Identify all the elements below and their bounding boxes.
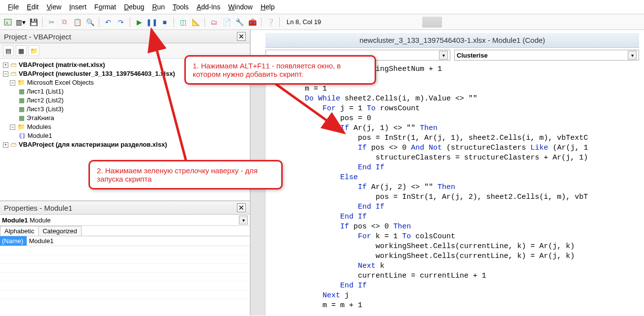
property-name: (Name) <box>0 236 27 246</box>
sheet-icon: ▦ <box>19 96 25 105</box>
code-editor[interactable]: etNum = workingSheetNum + 1 currentLine … <box>265 63 644 316</box>
view-code-icon[interactable]: ▤ <box>3 45 14 56</box>
vba-project-icon: 🗃 <box>10 61 17 69</box>
toolbox-icon[interactable]: 🧰 <box>247 17 257 27</box>
properties-object-type: Module <box>29 217 51 224</box>
object-browser-icon[interactable]: 🔧 <box>234 17 244 27</box>
close-icon[interactable]: ✕ <box>237 32 246 41</box>
procedure-combo-value: Clusterise <box>457 52 488 59</box>
properties-object-name: Module1 <box>2 217 28 224</box>
project-panel-title: Project - VBAProject <box>4 32 71 41</box>
menu-window[interactable]: Window <box>225 2 256 12</box>
property-row[interactable]: (Name) Module1 <box>0 236 250 246</box>
project-panel-header: Project - VBAProject ✕ <box>0 30 250 43</box>
menu-tools[interactable]: Tools <box>170 2 192 12</box>
module-icon: ⟪⟫ <box>19 131 26 140</box>
menu-insert[interactable]: Insert <box>66 2 89 12</box>
tree-module1[interactable]: Module1 <box>28 131 52 140</box>
menu-view[interactable]: View <box>44 2 64 12</box>
menu-debug[interactable]: Debug <box>121 2 147 12</box>
sheet-icon: ▦ <box>19 87 25 96</box>
vba-project-icon: 🗃 <box>10 140 17 149</box>
menu-format[interactable]: Format <box>91 2 119 12</box>
properties-object-combo[interactable]: Module1 Module ▾ <box>0 215 250 226</box>
expander-icon[interactable]: − <box>10 125 15 130</box>
run-icon[interactable]: ▶ <box>134 17 144 27</box>
tree-sheet1[interactable]: Лист1 (List1) <box>27 87 63 96</box>
view-object-icon[interactable]: ▦ <box>16 45 27 56</box>
properties-panel-header: Properties - Module1 ✕ <box>0 201 250 215</box>
properties-panel-title: Properties - Module1 <box>4 204 72 212</box>
menu-file[interactable]: File <box>5 2 22 12</box>
code-window-title: newcluster_3_133_1397546403-1.xlsx - Mod… <box>265 33 639 48</box>
tree-sheet2[interactable]: Лист2 (List2) <box>27 96 63 105</box>
folder-icon[interactable]: 📁 <box>29 45 39 56</box>
annotation-2: 2. Нажимаем зеленую стрелочку наверху - … <box>88 160 283 190</box>
annotation-1: 1. Нажимаем ALT+F11 - появляется окно, в… <box>184 55 376 85</box>
tree-project-3[interactable]: VBAProject (для кластеризации разделов.x… <box>19 140 167 149</box>
expander-icon[interactable]: − <box>3 71 8 77</box>
toolbar-shade <box>422 17 442 28</box>
pause-icon[interactable]: ❚❚ <box>147 17 157 27</box>
workbook-icon: ▦ <box>19 114 25 123</box>
chevron-down-icon[interactable]: ▾ <box>239 216 248 224</box>
project-explorer-icon[interactable]: 🗂 <box>209 17 219 27</box>
menubar: FileEditViewInsertFormatDebugRunToolsAdd… <box>0 0 644 14</box>
properties-tabs: Alphabetic Categorized <box>0 226 250 236</box>
tree-workbook[interactable]: ЭтаКнига <box>27 114 54 123</box>
tab-categorized[interactable]: Categorized <box>38 226 82 236</box>
svg-text:x: x <box>6 20 8 25</box>
vba-project-icon: 🗃 <box>10 69 17 78</box>
menu-help[interactable]: Help <box>258 2 278 12</box>
save-icon[interactable]: 💾 <box>29 17 38 27</box>
design-mode-icon[interactable]: ◫ <box>178 17 188 27</box>
sheet-icon: ▦ <box>19 105 25 114</box>
excel-icon[interactable]: x <box>3 17 13 27</box>
tree-project-2[interactable]: VBAProject (newcluster_3_133_1397546403_… <box>19 69 175 78</box>
procedure-combo[interactable]: Clusterise ▾ <box>454 50 639 61</box>
chevron-down-icon[interactable]: ▾ <box>628 51 637 60</box>
menu-edit[interactable]: Edit <box>24 2 42 12</box>
cut-icon[interactable]: ✂ <box>47 17 57 27</box>
properties-grid <box>0 246 250 300</box>
property-value[interactable]: Module1 <box>27 236 56 246</box>
main-toolbar: x ▥▾ 💾 ✂ ⧉ 📋 🔍 ↶ ↷ ▶ ❚❚ ■ ◫ 📐 🗂 📄 🔧 🧰 ❔ … <box>0 14 644 30</box>
paste-icon[interactable]: 📋 <box>72 17 82 27</box>
expander-icon[interactable]: − <box>10 80 15 86</box>
chevron-down-icon[interactable]: ▾ <box>439 51 448 60</box>
cursor-position: Ln 8, Col 19 <box>284 18 321 26</box>
undo-icon[interactable]: ↶ <box>103 17 113 27</box>
copy-icon[interactable]: ⧉ <box>59 17 69 27</box>
help-icon[interactable]: ❔ <box>265 17 275 27</box>
close-icon[interactable]: ✕ <box>237 203 246 212</box>
tree-project-1[interactable]: VBAProject (matrix-net.xlsx) <box>19 61 105 69</box>
properties-icon[interactable]: 📄 <box>222 17 232 27</box>
stop-icon[interactable]: ■ <box>160 17 170 27</box>
ruler-icon[interactable]: 📐 <box>191 17 201 27</box>
expander-icon[interactable]: + <box>3 63 8 68</box>
folder-icon: 📁 <box>17 123 25 131</box>
tree-sheet3[interactable]: Лист3 (List3) <box>27 105 63 114</box>
find-icon[interactable]: 🔍 <box>85 17 95 27</box>
expander-icon[interactable]: + <box>3 142 8 148</box>
tab-alphabetic[interactable]: Alphabetic <box>0 226 39 236</box>
folder-icon: 📁 <box>17 78 25 87</box>
redo-icon[interactable]: ↷ <box>116 17 126 27</box>
menu-add-ins[interactable]: Add-Ins <box>194 2 223 12</box>
menu-run[interactable]: Run <box>149 2 168 12</box>
tree-meo[interactable]: Microsoft Excel Objects <box>27 78 94 87</box>
tree-modules[interactable]: Modules <box>27 123 51 131</box>
insert-module-icon[interactable]: ▥▾ <box>16 17 26 27</box>
